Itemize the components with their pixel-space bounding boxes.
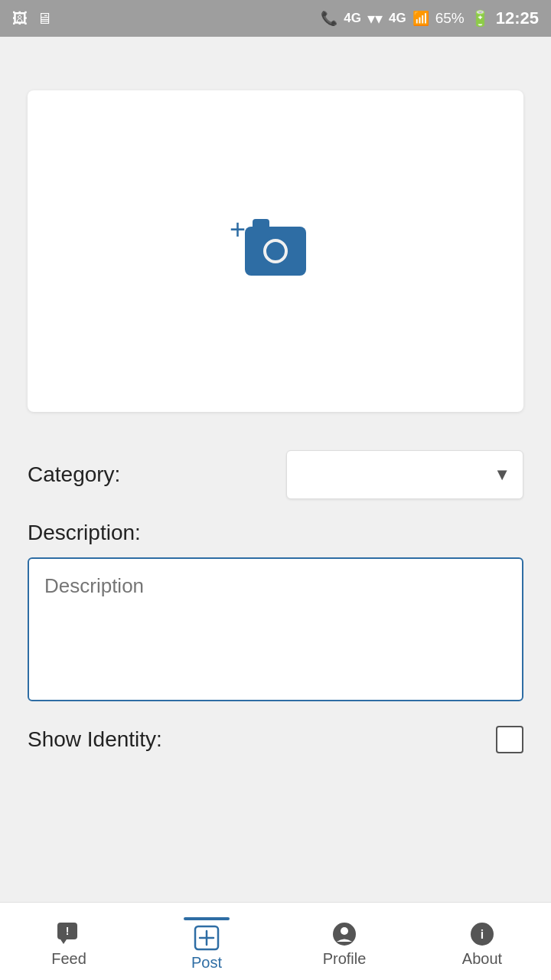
feed-icon: ! [56, 921, 82, 947]
description-input-wrapper [28, 557, 523, 701]
bottom-nav: ! Feed Post Profile i About [0, 902, 551, 980]
nav-item-feed[interactable]: ! Feed [0, 903, 138, 980]
camera-lens [263, 239, 288, 263]
category-dropdown[interactable]: ▼ [286, 450, 523, 499]
main-content: + Category: ▼ Description: Show Identity… [0, 37, 551, 902]
show-identity-label: Show Identity: [28, 727, 162, 752]
svg-point-7 [341, 927, 348, 935]
svg-marker-1 [60, 939, 67, 944]
battery-percent: 65% [435, 10, 465, 27]
category-row: Category: ▼ [28, 450, 523, 499]
post-nav-label: Post [191, 954, 222, 972]
nav-item-post[interactable]: Post [138, 903, 276, 980]
image-status-icon: 🖼 [12, 10, 28, 28]
network-4g-label-2: 4G [389, 11, 406, 26]
post-active-indicator [184, 917, 230, 920]
post-icon [194, 925, 220, 951]
profile-nav-label: Profile [323, 950, 367, 968]
svg-text:!: ! [66, 925, 70, 937]
status-right-info: 📞 4G ▾▾ 4G 📶 65% 🔋 12:25 [321, 8, 539, 28]
camera-notch [253, 219, 269, 228]
feed-nav-label: Feed [51, 950, 86, 968]
show-identity-row: Show Identity: [28, 726, 523, 753]
call-icon: 📞 [321, 10, 337, 27]
network-4g-label-1: 4G [344, 11, 361, 26]
description-label: Description: [28, 521, 141, 544]
add-photo-icon: + [245, 227, 306, 276]
plus-icon: + [230, 216, 246, 243]
status-bar: 🖼 🖥 📞 4G ▾▾ 4G 📶 65% 🔋 12:25 [0, 0, 551, 37]
camera-body [245, 227, 306, 276]
category-label: Category: [28, 462, 120, 487]
signal-icon: 📶 [412, 10, 429, 27]
dropdown-arrow-icon: ▼ [494, 465, 510, 485]
about-nav-label: About [462, 950, 502, 968]
image-upload-card[interactable]: + [28, 90, 523, 412]
about-icon: i [469, 921, 495, 947]
description-input[interactable] [29, 559, 522, 697]
battery-icon: 🔋 [471, 9, 490, 28]
description-label-row: Description: [28, 521, 523, 545]
monitor-status-icon: 🖥 [37, 10, 52, 28]
status-left-icons: 🖼 🖥 [12, 10, 52, 28]
form-area: Category: ▼ Description: Show Identity: [28, 450, 523, 769]
wifi-icon: ▾▾ [367, 9, 383, 28]
nav-item-profile[interactable]: Profile [276, 903, 413, 980]
show-identity-checkbox[interactable] [496, 726, 523, 753]
nav-item-about[interactable]: i About [413, 903, 551, 980]
svg-text:i: i [481, 928, 484, 941]
profile-icon [331, 921, 357, 947]
status-time: 12:25 [496, 8, 539, 28]
